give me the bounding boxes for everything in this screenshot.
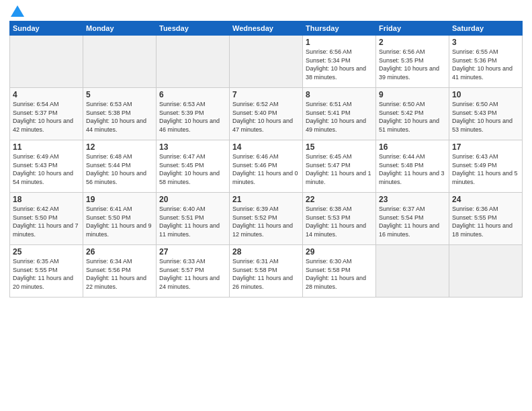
day-info: Sunrise: 6:41 AMSunset: 5:50 PMDaylight:… bbox=[86, 205, 152, 238]
calendar-cell: 4 Sunrise: 6:54 AMSunset: 5:37 PMDayligh… bbox=[10, 88, 83, 140]
day-info: Sunrise: 6:49 AMSunset: 5:43 PMDaylight:… bbox=[13, 153, 73, 185]
calendar-cell: 7 Sunrise: 6:52 AMSunset: 5:40 PMDayligh… bbox=[230, 88, 303, 140]
day-number: 16 bbox=[379, 142, 446, 152]
day-number: 8 bbox=[306, 90, 373, 99]
day-number: 5 bbox=[86, 90, 153, 99]
day-info: Sunrise: 6:33 AMSunset: 5:57 PMDaylight:… bbox=[159, 258, 220, 290]
col-header-tuesday: Tuesday bbox=[157, 21, 230, 36]
calendar-cell: 5 Sunrise: 6:53 AMSunset: 5:38 PMDayligh… bbox=[83, 88, 157, 140]
week-row-5: 25 Sunrise: 6:35 AMSunset: 5:55 PMDaylig… bbox=[10, 245, 523, 298]
calendar-cell: 22 Sunrise: 6:38 AMSunset: 5:53 PMDaylig… bbox=[303, 193, 376, 245]
day-info: Sunrise: 6:55 AMSunset: 5:36 PMDaylight:… bbox=[452, 48, 513, 81]
day-number: 4 bbox=[13, 90, 80, 99]
day-number: 29 bbox=[306, 247, 373, 257]
calendar-cell: 15 Sunrise: 6:45 AMSunset: 5:47 PMDaylig… bbox=[303, 140, 376, 193]
calendar-cell: 11 Sunrise: 6:49 AMSunset: 5:43 PMDaylig… bbox=[10, 140, 83, 193]
logo-triangle-icon bbox=[11, 5, 24, 17]
day-info: Sunrise: 6:51 AMSunset: 5:41 PMDaylight:… bbox=[306, 101, 366, 133]
day-number: 22 bbox=[306, 195, 373, 204]
day-number: 28 bbox=[232, 247, 300, 257]
calendar-cell bbox=[449, 245, 523, 298]
day-info: Sunrise: 6:45 AMSunset: 5:47 PMDaylight:… bbox=[306, 153, 371, 185]
day-info: Sunrise: 6:48 AMSunset: 5:44 PMDaylight:… bbox=[86, 153, 146, 185]
day-number: 21 bbox=[232, 195, 300, 204]
header bbox=[9, 7, 523, 17]
calendar-cell: 24 Sunrise: 6:36 AMSunset: 5:55 PMDaylig… bbox=[449, 193, 523, 245]
calendar-cell: 6 Sunrise: 6:53 AMSunset: 5:39 PMDayligh… bbox=[157, 88, 230, 140]
day-number: 10 bbox=[452, 90, 519, 99]
col-header-wednesday: Wednesday bbox=[230, 21, 303, 36]
day-info: Sunrise: 6:56 AMSunset: 5:34 PMDaylight:… bbox=[306, 48, 366, 81]
day-info: Sunrise: 6:39 AMSunset: 5:52 PMDaylight:… bbox=[232, 205, 293, 238]
calendar-cell: 9 Sunrise: 6:50 AMSunset: 5:42 PMDayligh… bbox=[376, 88, 449, 140]
calendar-cell: 20 Sunrise: 6:40 AMSunset: 5:51 PMDaylig… bbox=[157, 193, 230, 245]
calendar-cell: 23 Sunrise: 6:37 AMSunset: 5:54 PMDaylig… bbox=[376, 193, 449, 245]
day-number: 26 bbox=[86, 247, 153, 257]
day-info: Sunrise: 6:42 AMSunset: 5:50 PMDaylight:… bbox=[13, 205, 79, 238]
col-header-thursday: Thursday bbox=[303, 21, 376, 36]
day-number: 12 bbox=[86, 142, 153, 152]
day-number: 6 bbox=[159, 90, 226, 99]
calendar-cell: 25 Sunrise: 6:35 AMSunset: 5:55 PMDaylig… bbox=[10, 245, 83, 298]
day-info: Sunrise: 6:47 AMSunset: 5:45 PMDaylight:… bbox=[159, 153, 220, 185]
calendar-cell: 2 Sunrise: 6:56 AMSunset: 5:35 PMDayligh… bbox=[376, 36, 449, 88]
calendar-table: SundayMondayTuesdayWednesdayThursdayFrid… bbox=[9, 21, 523, 298]
day-number: 1 bbox=[306, 38, 373, 47]
logo bbox=[9, 7, 24, 17]
page: SundayMondayTuesdayWednesdayThursdayFrid… bbox=[0, 0, 532, 411]
day-number: 24 bbox=[452, 195, 519, 204]
day-info: Sunrise: 6:52 AMSunset: 5:40 PMDaylight:… bbox=[232, 101, 293, 133]
calendar-cell: 19 Sunrise: 6:41 AMSunset: 5:50 PMDaylig… bbox=[83, 193, 157, 245]
calendar-cell: 28 Sunrise: 6:31 AMSunset: 5:58 PMDaylig… bbox=[230, 245, 303, 298]
day-info: Sunrise: 6:35 AMSunset: 5:55 PMDaylight:… bbox=[13, 258, 73, 290]
day-number: 19 bbox=[86, 195, 153, 204]
day-info: Sunrise: 6:34 AMSunset: 5:56 PMDaylight:… bbox=[86, 258, 146, 290]
day-info: Sunrise: 6:43 AMSunset: 5:49 PMDaylight:… bbox=[452, 153, 518, 185]
day-info: Sunrise: 6:50 AMSunset: 5:42 PMDaylight:… bbox=[379, 101, 439, 133]
calendar-cell bbox=[230, 36, 303, 88]
day-number: 14 bbox=[232, 142, 300, 152]
day-number: 15 bbox=[306, 142, 373, 152]
calendar-cell bbox=[157, 36, 230, 88]
calendar-cell bbox=[83, 36, 157, 88]
day-number: 13 bbox=[159, 142, 226, 152]
day-info: Sunrise: 6:30 AMSunset: 5:58 PMDaylight:… bbox=[306, 258, 366, 290]
day-number: 7 bbox=[232, 90, 300, 99]
col-header-saturday: Saturday bbox=[449, 21, 523, 36]
day-number: 3 bbox=[452, 38, 519, 47]
day-info: Sunrise: 6:46 AMSunset: 5:46 PMDaylight:… bbox=[232, 153, 298, 185]
week-row-4: 18 Sunrise: 6:42 AMSunset: 5:50 PMDaylig… bbox=[10, 193, 523, 245]
calendar-cell: 21 Sunrise: 6:39 AMSunset: 5:52 PMDaylig… bbox=[230, 193, 303, 245]
calendar-cell: 10 Sunrise: 6:50 AMSunset: 5:43 PMDaylig… bbox=[449, 88, 523, 140]
calendar-cell: 12 Sunrise: 6:48 AMSunset: 5:44 PMDaylig… bbox=[83, 140, 157, 193]
day-info: Sunrise: 6:31 AMSunset: 5:58 PMDaylight:… bbox=[232, 258, 293, 290]
calendar-cell: 17 Sunrise: 6:43 AMSunset: 5:49 PMDaylig… bbox=[449, 140, 523, 193]
day-info: Sunrise: 6:44 AMSunset: 5:48 PMDaylight:… bbox=[379, 153, 445, 185]
calendar-cell: 13 Sunrise: 6:47 AMSunset: 5:45 PMDaylig… bbox=[157, 140, 230, 193]
calendar-cell: 1 Sunrise: 6:56 AMSunset: 5:34 PMDayligh… bbox=[303, 36, 376, 88]
calendar-cell: 18 Sunrise: 6:42 AMSunset: 5:50 PMDaylig… bbox=[10, 193, 83, 245]
calendar-cell: 14 Sunrise: 6:46 AMSunset: 5:46 PMDaylig… bbox=[230, 140, 303, 193]
day-info: Sunrise: 6:56 AMSunset: 5:35 PMDaylight:… bbox=[379, 48, 439, 81]
day-number: 25 bbox=[13, 247, 80, 257]
week-row-2: 4 Sunrise: 6:54 AMSunset: 5:37 PMDayligh… bbox=[10, 88, 523, 140]
calendar-cell: 3 Sunrise: 6:55 AMSunset: 5:36 PMDayligh… bbox=[449, 36, 523, 88]
col-header-friday: Friday bbox=[376, 21, 449, 36]
day-info: Sunrise: 6:40 AMSunset: 5:51 PMDaylight:… bbox=[159, 205, 220, 238]
calendar-cell: 16 Sunrise: 6:44 AMSunset: 5:48 PMDaylig… bbox=[376, 140, 449, 193]
week-row-3: 11 Sunrise: 6:49 AMSunset: 5:43 PMDaylig… bbox=[10, 140, 523, 193]
day-number: 11 bbox=[13, 142, 80, 152]
col-header-monday: Monday bbox=[83, 21, 157, 36]
day-number: 2 bbox=[379, 38, 446, 47]
day-number: 20 bbox=[159, 195, 226, 204]
day-info: Sunrise: 6:36 AMSunset: 5:55 PMDaylight:… bbox=[452, 205, 513, 238]
calendar-cell: 29 Sunrise: 6:30 AMSunset: 5:58 PMDaylig… bbox=[303, 245, 376, 298]
calendar-cell: 27 Sunrise: 6:33 AMSunset: 5:57 PMDaylig… bbox=[157, 245, 230, 298]
day-info: Sunrise: 6:50 AMSunset: 5:43 PMDaylight:… bbox=[452, 101, 513, 133]
day-info: Sunrise: 6:54 AMSunset: 5:37 PMDaylight:… bbox=[13, 101, 73, 133]
day-info: Sunrise: 6:38 AMSunset: 5:53 PMDaylight:… bbox=[306, 205, 366, 238]
day-info: Sunrise: 6:37 AMSunset: 5:54 PMDaylight:… bbox=[379, 205, 439, 238]
calendar-cell: 26 Sunrise: 6:34 AMSunset: 5:56 PMDaylig… bbox=[83, 245, 157, 298]
calendar-cell bbox=[376, 245, 449, 298]
day-number: 27 bbox=[159, 247, 226, 257]
